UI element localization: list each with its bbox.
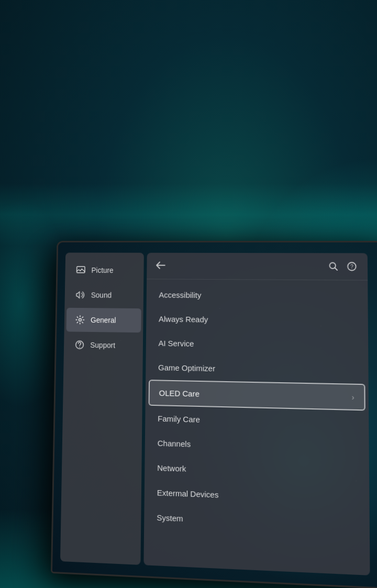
search-button[interactable] [327, 261, 339, 272]
sidebar-item-sound[interactable]: Sound [66, 283, 141, 307]
sidebar-item-label-sound: Sound [91, 291, 112, 299]
sound-icon [75, 289, 86, 301]
menu-item-label-network: Network [157, 463, 186, 473]
sidebar-item-label-support: Support [90, 341, 115, 350]
menu-item-label-system: System [157, 513, 183, 523]
menu-item-label-channels: Channels [158, 438, 191, 448]
general-icon [74, 314, 86, 326]
menu-item-ai-service[interactable]: AI Service [149, 331, 365, 358]
svg-point-1 [79, 318, 81, 321]
menu-item-label-game-optimizer: Game Optimizer [158, 363, 215, 373]
menu-item-label-family-care: Family Care [158, 414, 200, 424]
panel-title [172, 266, 321, 267]
sidebar-item-general[interactable]: General [66, 308, 141, 332]
panel-header-icons: ? [327, 261, 358, 273]
tv-frame: Picture Sound General Support [51, 241, 377, 588]
menu-item-label-oled-care: OLED Care [159, 389, 199, 398]
tv-screen: Picture Sound General Support [52, 242, 377, 588]
svg-point-3 [79, 347, 80, 348]
svg-point-4 [330, 263, 336, 269]
sidebar-item-picture[interactable]: Picture [67, 258, 142, 282]
menu-overlay: Picture Sound General Support [60, 252, 370, 575]
right-panel: ? Accessibility Always Ready AI Service … [143, 253, 370, 575]
menu-item-label-external-devices: Extermal Devices [157, 488, 219, 500]
sidebar-item-label-picture: Picture [91, 266, 113, 274]
menu-item-label-ai-service: AI Service [158, 339, 194, 348]
back-button[interactable] [156, 260, 165, 271]
svg-text:?: ? [350, 264, 353, 270]
menu-item-label-always-ready: Always Ready [159, 314, 208, 324]
panel-content: Accessibility Always Ready AI Service Ga… [143, 279, 370, 575]
sidebar-menu: Picture Sound General Support [60, 252, 144, 564]
svg-rect-0 [77, 267, 85, 273]
menu-item-accessibility[interactable]: Accessibility [150, 283, 365, 308]
picture-icon [75, 264, 86, 276]
menu-item-label-accessibility: Accessibility [159, 290, 201, 299]
sidebar-item-label-general: General [91, 316, 116, 324]
panel-header: ? [147, 253, 368, 281]
support-icon [74, 339, 85, 350]
bg-glow-top [0, 183, 377, 246]
sidebar-item-support[interactable]: Support [66, 332, 141, 358]
menu-item-always-ready[interactable]: Always Ready [149, 307, 365, 333]
help-button[interactable]: ? [346, 261, 358, 273]
menu-item-game-optimizer[interactable]: Game Optimizer [149, 356, 365, 383]
menu-item-oled-care[interactable]: OLED Care › [149, 380, 365, 411]
chevron-right-icon: › [352, 393, 354, 402]
